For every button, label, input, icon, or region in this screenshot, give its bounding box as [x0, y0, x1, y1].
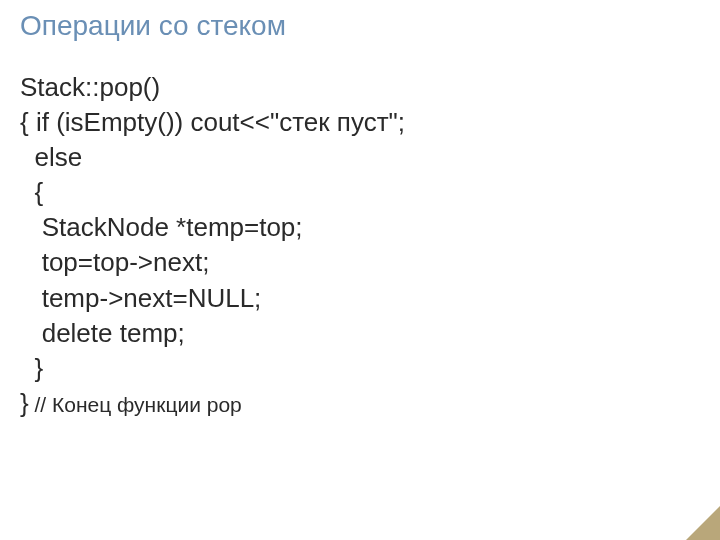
code-comment: // Конец функции pop [29, 393, 242, 416]
code-line-3: else [20, 140, 700, 175]
code-line-10: } // Конец функции pop [20, 386, 700, 421]
code-line-1: Stack::pop() [20, 70, 700, 105]
code-block: Stack::pop(){ if (isEmpty()) cout<<"стек… [20, 70, 700, 421]
code-line-6: top=top->next; [20, 245, 700, 280]
code-line-9: } [20, 351, 700, 386]
corner-accent [686, 506, 720, 540]
slide-title: Операции со стеком [20, 10, 700, 42]
code-close-brace: } [20, 388, 29, 418]
slide: Операции со стеком Stack::pop(){ if (isE… [0, 0, 720, 540]
code-line-5: StackNode *temp=top; [20, 210, 700, 245]
code-line-7: temp->next=NULL; [20, 281, 700, 316]
code-line-2: { if (isEmpty()) cout<<"стек пуст"; [20, 105, 700, 140]
code-line-4: { [20, 175, 700, 210]
code-line-8: delete temp; [20, 316, 700, 351]
